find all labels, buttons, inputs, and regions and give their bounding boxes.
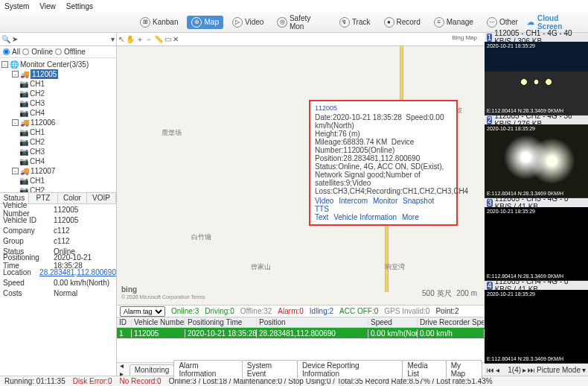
tab-color[interactable]: Color xyxy=(58,193,87,203)
left-toolbar: 🔍 ➤ ▾ xyxy=(0,33,116,46)
tab-alarm-info[interactable]: Alarm Information xyxy=(173,360,242,379)
camera-tile-1[interactable]: 1112005 - CH1 - 4G - 40 KB/S / 306 KB 20… xyxy=(485,33,588,116)
zoom-out-icon[interactable]: － xyxy=(145,34,153,45)
popup-tts-link[interactable]: TTS xyxy=(315,205,329,213)
vehicle-status-strip: Alarm tag Online:3 Driving:0 Offline:32 … xyxy=(117,306,485,317)
tab-voip[interactable]: VOIP xyxy=(87,193,116,203)
other-icon: ⋯ xyxy=(487,17,497,28)
picture-mode-button[interactable]: Picture Mode xyxy=(537,366,581,374)
popup-intercom-link[interactable]: Intercom xyxy=(339,197,368,205)
vehicle-tree[interactable]: -🌐 Monitor Center(3/35) -🚚 112005 📷 CH1 … xyxy=(0,58,116,192)
camera-controls: ⏮ ◂ 1(4) ▸ ⏭ Picture Mode ▾ xyxy=(485,364,588,376)
popup-text-link[interactable]: Text xyxy=(315,213,328,221)
arrow-icon[interactable]: ➤ xyxy=(12,35,18,43)
camera-tile-4[interactable]: 4112005 - CH4 - 4G - 0 KB/S / 41 KB 2020… xyxy=(485,281,588,364)
chevron-down-icon[interactable]: ▾ xyxy=(582,366,586,374)
location-link[interactable]: 28.283481,112.800690 xyxy=(38,268,116,276)
bing-map-label: Bing Map xyxy=(452,34,477,41)
popup-snapshot-link[interactable]: Snapshot xyxy=(403,197,434,205)
menu-settings[interactable]: Settings xyxy=(66,2,93,10)
kanban-icon: ⊞ xyxy=(140,17,150,28)
camera-tile-2[interactable]: 2112005 - CH2 - 4G - 36 KB/S / 276 KB 20… xyxy=(485,116,588,198)
zoom-in-icon[interactable]: ＋ xyxy=(136,34,144,45)
alarm-tag-select[interactable]: Alarm tag xyxy=(120,306,165,317)
table-row[interactable]: 11120052020-10-21 18:35:2828.283481,112.… xyxy=(117,328,485,338)
cam-prev-icon[interactable]: ⏮ xyxy=(487,366,494,374)
popup-monitor-link[interactable]: Monitor xyxy=(373,197,397,205)
popup-more-link[interactable]: More xyxy=(402,213,419,221)
chevron-down-icon[interactable]: ▾ xyxy=(111,35,115,43)
map-canvas[interactable]: 鹿堡场 大塘坡 上桥堂 白竹塘 曾家山 响堂湾 黄桥大道 112005 Date… xyxy=(117,46,485,306)
tool-other[interactable]: ⋯Other xyxy=(482,16,523,29)
camera-panel: 1112005 - CH1 - 4G - 40 KB/S / 306 KB 20… xyxy=(485,33,588,376)
tool-map[interactable]: ⊕Map xyxy=(187,16,223,29)
manage-icon: ≡ xyxy=(434,17,444,28)
filter-online-radio[interactable] xyxy=(22,48,29,55)
tool-record[interactable]: ●Record xyxy=(380,16,425,29)
pointer-icon[interactable]: ↖ xyxy=(118,35,124,43)
video-icon: ▷ xyxy=(232,17,243,28)
tab-system-event[interactable]: System Event xyxy=(242,360,298,379)
tab-monitoring[interactable]: Monitoring xyxy=(130,364,175,375)
clear-icon[interactable]: ✕ xyxy=(173,35,179,43)
map-icon: ⊕ xyxy=(191,17,202,28)
cam-fwd-icon[interactable]: ▸ xyxy=(523,366,526,374)
tool-video[interactable]: ▷Video xyxy=(228,16,268,29)
popup-vehinfo-link[interactable]: Vehicle Information xyxy=(333,213,397,221)
filter-all-radio[interactable] xyxy=(3,48,10,55)
map-toolbar: ↖ ✋ ＋ － 📏 ▭ ✕ Bing Map xyxy=(117,33,485,46)
menu-view[interactable]: View xyxy=(39,2,56,10)
hand-icon[interactable]: ✋ xyxy=(126,35,135,43)
filter-all-label: All xyxy=(12,48,20,56)
status-info-table: Vehicle Number112005 Vehicle ID112005 Co… xyxy=(0,204,116,298)
tab-media-list[interactable]: Media List xyxy=(402,360,446,379)
filter-offline-label: Offline xyxy=(64,48,86,56)
cloud-icon: ☁ xyxy=(527,18,534,26)
ruler-icon[interactable]: 📏 xyxy=(154,35,163,43)
cam-next-icon[interactable]: ⏭ xyxy=(528,366,535,374)
safety-icon: ◎ xyxy=(277,17,287,28)
tab-my-map[interactable]: My Map xyxy=(446,360,482,379)
tool-kanban[interactable]: ⊞Kanban xyxy=(135,16,182,29)
track-icon: ↯ xyxy=(339,17,350,28)
vehicle-grid: IDVehicle NumberPositioning TimePosition… xyxy=(117,317,485,362)
tool-track[interactable]: ↯Track xyxy=(335,16,375,29)
tool-safety[interactable]: ◎Safety Mon xyxy=(272,13,330,32)
filter-online-label: Online xyxy=(31,48,53,56)
cam-page: 1(4) xyxy=(508,366,521,374)
cam-back-icon[interactable]: ◂ xyxy=(496,366,499,374)
tab-device-report[interactable]: Device Reporting Information xyxy=(297,360,403,379)
filter-offline-radio[interactable] xyxy=(55,48,62,55)
menu-system[interactable]: System xyxy=(4,2,29,10)
vehicle-info-popup: 112005 Date:2020-10-21 18:35:28 Speed:0.… xyxy=(309,100,458,226)
area-icon[interactable]: ▭ xyxy=(164,35,171,43)
popup-video-link[interactable]: Video xyxy=(315,197,333,205)
cloud-screen-link[interactable]: ☁Cloud Screen xyxy=(527,14,584,31)
search-icon[interactable]: 🔍 xyxy=(1,35,10,43)
camera-tile-3[interactable]: 3112005 - CH3 - 4G - 0 KB/S / 41 KB 2020… xyxy=(485,198,588,281)
record-icon: ● xyxy=(384,17,394,28)
tool-manage[interactable]: ≡Manage xyxy=(429,16,478,29)
bottom-tabs: ◂ ▸ Monitoring Alarm Information System … xyxy=(117,362,485,376)
